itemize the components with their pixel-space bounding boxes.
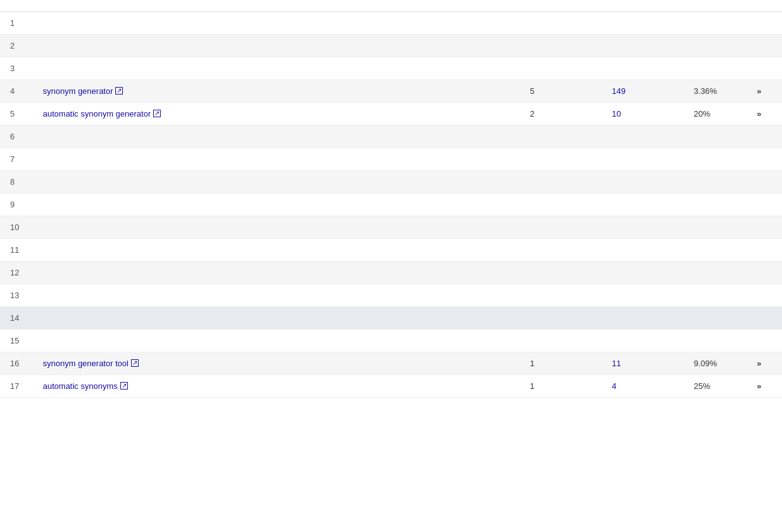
- external-link-icon[interactable]: ↗: [120, 382, 128, 390]
- row-clicks: 1: [530, 381, 612, 391]
- row-number: 13: [0, 291, 38, 300]
- query-link[interactable]: synonym generator ↗: [43, 86, 123, 96]
- row-number: 16: [0, 359, 38, 368]
- row-query[interactable]: automatic synonym generator ↗: [38, 109, 530, 119]
- table-row: 11: [0, 239, 782, 262]
- query-link[interactable]: automatic synonym generator ↗: [43, 109, 161, 119]
- row-number: 10: [0, 223, 38, 232]
- table-header: [0, 0, 782, 12]
- row-number: 7: [0, 154, 38, 164]
- row-ctr: 9.09%: [694, 359, 757, 368]
- row-clicks: 1: [530, 359, 612, 368]
- row-clicks: 5: [530, 86, 612, 96]
- query-link[interactable]: automatic synonyms ↗: [43, 381, 128, 391]
- table-row: 15: [0, 330, 782, 352]
- row-query[interactable]: automatic synonyms ↗: [38, 381, 530, 391]
- row-impressions[interactable]: 4: [612, 381, 694, 391]
- table-row: 9: [0, 194, 782, 216]
- row-ctr: 25%: [694, 381, 757, 391]
- table-row: 3: [0, 57, 782, 80]
- table-row: 1: [0, 12, 782, 35]
- row-number: 15: [0, 336, 38, 345]
- table-row: 13: [0, 284, 782, 307]
- row-impressions[interactable]: 10: [612, 109, 694, 119]
- table-body: 1234synonym generator ↗51493.36%»5automa…: [0, 12, 782, 398]
- table-row: 10: [0, 216, 782, 239]
- row-number: 5: [0, 109, 38, 119]
- row-query[interactable]: synonym generator tool ↗: [38, 359, 530, 368]
- row-number: 2: [0, 41, 38, 50]
- external-link-icon[interactable]: ↗: [131, 359, 139, 367]
- table-row[interactable]: 17automatic synonyms ↗1425%»: [0, 375, 782, 398]
- table-row: 14: [0, 307, 782, 330]
- query-link[interactable]: synonym generator tool ↗: [43, 359, 139, 368]
- row-number: 11: [0, 245, 38, 255]
- row-impressions[interactable]: 149: [612, 86, 694, 96]
- table-row: 12: [0, 262, 782, 284]
- table-row[interactable]: 16synonym generator tool ↗1119.09%»: [0, 352, 782, 375]
- row-query[interactable]: synonym generator ↗: [38, 86, 530, 96]
- row-ctr: 20%: [694, 109, 757, 119]
- row-number: 9: [0, 200, 38, 209]
- external-link-icon[interactable]: ↗: [115, 87, 123, 95]
- row-clicks: 2: [530, 109, 612, 119]
- row-expand-button[interactable]: »: [757, 359, 782, 368]
- table-row: 7: [0, 148, 782, 171]
- row-expand-button[interactable]: »: [757, 381, 782, 391]
- row-number: 1: [0, 18, 38, 28]
- row-number: 8: [0, 177, 38, 187]
- external-link-icon[interactable]: ↗: [153, 110, 161, 117]
- row-number: 6: [0, 132, 38, 141]
- row-number: 14: [0, 313, 38, 323]
- table-row: 2: [0, 35, 782, 57]
- row-number: 3: [0, 64, 38, 73]
- table-row: 8: [0, 171, 782, 194]
- table-row[interactable]: 4synonym generator ↗51493.36%»: [0, 80, 782, 103]
- row-expand-button[interactable]: »: [757, 86, 782, 96]
- row-impressions[interactable]: 11: [612, 359, 694, 368]
- table-row: 6: [0, 125, 782, 148]
- row-number: 17: [0, 381, 38, 391]
- row-number: 12: [0, 268, 38, 277]
- row-expand-button[interactable]: »: [757, 109, 782, 119]
- search-console-table: 1234synonym generator ↗51493.36%»5automa…: [0, 0, 782, 532]
- table-row[interactable]: 5automatic synonym generator ↗21020%»: [0, 103, 782, 125]
- row-ctr: 3.36%: [694, 86, 757, 96]
- row-number: 4: [0, 86, 38, 96]
